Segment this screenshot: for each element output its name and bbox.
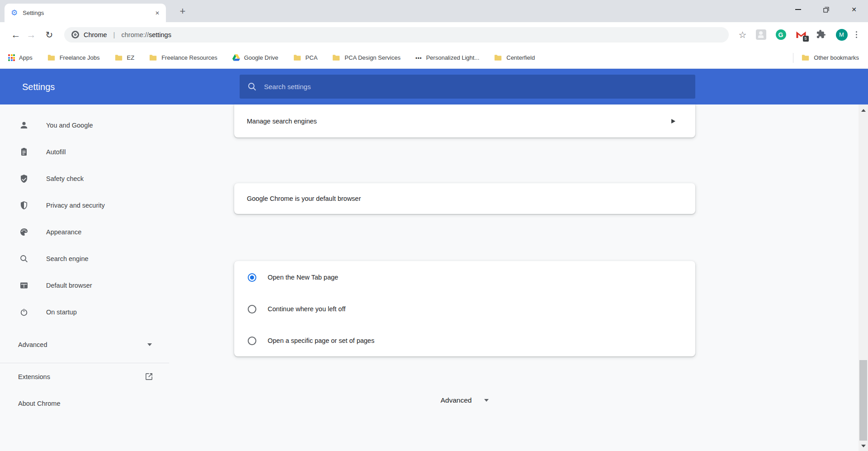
radio-button[interactable] [248,273,256,282]
drive-icon [232,54,240,61]
advanced-expand-button[interactable]: Advanced [234,391,695,409]
back-icon[interactable]: ← [8,29,24,40]
default-browser-card: Google Chrome is your default browser [234,183,695,214]
chevron-down-icon [147,343,152,346]
bookmarks-bar: Apps Freelance Jobs EZ Freelance Resourc… [0,47,868,69]
bookmarks-separator [793,53,793,63]
browser-tab[interactable]: ⚙ Settings ✕ [5,4,166,22]
bookmark-personalized[interactable]: ••• Personalized Light... [415,54,479,61]
browser-menu-icon[interactable] [851,31,862,38]
address-bar[interactable]: Chrome | chrome://settings [64,27,729,43]
sidebar-item-about-chrome[interactable]: About Chrome [0,390,169,417]
folder-icon [293,54,302,61]
apps-label: Apps [19,54,33,61]
settings-search-box[interactable] [240,75,695,99]
sidebar-item-label: On startup [46,309,77,316]
sidebar-item-appearance[interactable]: Appearance [0,218,169,245]
forward-icon[interactable]: → [24,29,39,40]
gmail-badge: 5 [803,36,809,42]
grammarly-extension-icon[interactable]: G [776,29,786,40]
radio-label: Continue where you left off [268,305,345,313]
folder-icon [115,54,123,61]
radio-label: Open the New Tab page [268,274,338,281]
person-icon [19,121,28,130]
settings-page: You and Google Autofill Safety check Pri… [0,104,868,451]
about-chrome-label: About Chrome [18,400,61,407]
tab-strip: ⚙ Settings ✕ + ✕ [0,0,868,22]
tab-close-icon[interactable]: ✕ [155,10,160,16]
browser-window-icon [19,281,28,290]
bookmark-star-icon[interactable]: ☆ [733,29,752,40]
scroll-up-icon [861,109,866,112]
bookmark-folder[interactable]: Centerfield [494,54,535,61]
radio-button[interactable] [248,305,256,313]
settings-search-input[interactable] [264,83,660,90]
folder-icon [149,54,157,61]
url-text: chrome://settings [121,31,171,39]
scroll-up-button[interactable] [859,105,868,115]
chrome-logo-icon [71,31,79,38]
url-scheme: chrome:// [121,31,148,38]
sidebar-item-label: Search engine [46,255,89,262]
url-site-label: Chrome [84,31,107,38]
subpage-arrow-icon [671,119,675,124]
profile-avatar[interactable]: M [836,29,848,41]
sidebar-item-you-and-google[interactable]: You and Google [0,112,169,138]
bookmark-google-drive[interactable]: Google Drive [232,54,278,61]
bookmark-label: Google Drive [244,54,278,61]
extension-icons: G 5 M [752,29,851,41]
on-startup-card: Open the New Tab page Continue where you… [234,261,695,356]
sidebar-item-on-startup[interactable]: On startup [0,299,169,325]
gear-favicon-icon: ⚙ [11,9,18,17]
scroll-down-button[interactable] [859,441,868,451]
sidebar-advanced-toggle[interactable]: Advanced [0,331,169,358]
page-title: Settings [22,81,55,92]
bookmark-label: EZ [127,54,135,61]
sidebar-item-autofill[interactable]: Autofill [0,138,169,165]
scroll-down-icon [861,445,866,447]
sidebar-item-safety-check[interactable]: Safety check [0,165,169,192]
bookmark-label: Personalized Light... [426,54,479,61]
bookmarks-right-group: Other bookmarks [793,53,859,63]
url-path: settings [149,31,171,38]
folder-icon [494,54,502,61]
window-controls: ✕ [784,0,868,19]
advanced-label: Advanced [18,341,47,348]
startup-option-specific-pages[interactable]: Open a specific page or set of pages [234,325,695,356]
bookmark-folder[interactable]: EZ [115,54,135,61]
startup-option-continue[interactable]: Continue where you left off [234,293,695,325]
minimize-button[interactable] [784,0,812,19]
apps-grid-icon [8,54,15,61]
shield-half-icon [19,201,28,210]
bookmark-label: PCA Design Services [344,54,401,61]
settings-header: Settings [0,69,868,104]
restore-button[interactable] [812,0,840,19]
minimize-icon [795,9,801,9]
other-bookmarks-folder[interactable]: Other bookmarks [802,54,859,61]
sidebar-item-extensions[interactable]: Extensions [0,363,169,390]
bookmark-folder[interactable]: Freelance Jobs [47,54,100,61]
reload-icon[interactable]: ↻ [42,29,57,40]
apps-shortcut[interactable]: Apps [8,54,33,61]
external-link-icon [145,373,153,380]
bookmark-folder[interactable]: PCA [293,54,318,61]
search-icon [19,254,28,263]
profile-extension-icon[interactable] [756,29,766,40]
extensions-puzzle-icon[interactable] [816,29,826,40]
bookmark-folder[interactable]: Freelance Resources [149,54,217,61]
startup-option-new-tab[interactable]: Open the New Tab page [234,261,695,293]
new-tab-button[interactable]: + [175,5,190,18]
bookmark-label: PCA [306,54,318,61]
manage-search-engines-row[interactable]: Manage search engines [234,104,695,138]
close-window-button[interactable]: ✕ [840,0,868,19]
scrollbar-thumb[interactable] [859,360,867,441]
gmail-extension-icon[interactable]: 5 [796,30,807,39]
radio-button[interactable] [248,337,256,345]
close-window-icon: ✕ [851,6,857,13]
sidebar-item-search-engine[interactable]: Search engine [0,245,169,272]
sidebar-item-default-browser[interactable]: Default browser [0,272,169,299]
sidebar-item-privacy-security[interactable]: Privacy and security [0,192,169,218]
page-scrollbar[interactable] [859,104,868,451]
folder-icon [802,54,810,61]
bookmark-folder[interactable]: PCA Design Services [332,54,401,61]
